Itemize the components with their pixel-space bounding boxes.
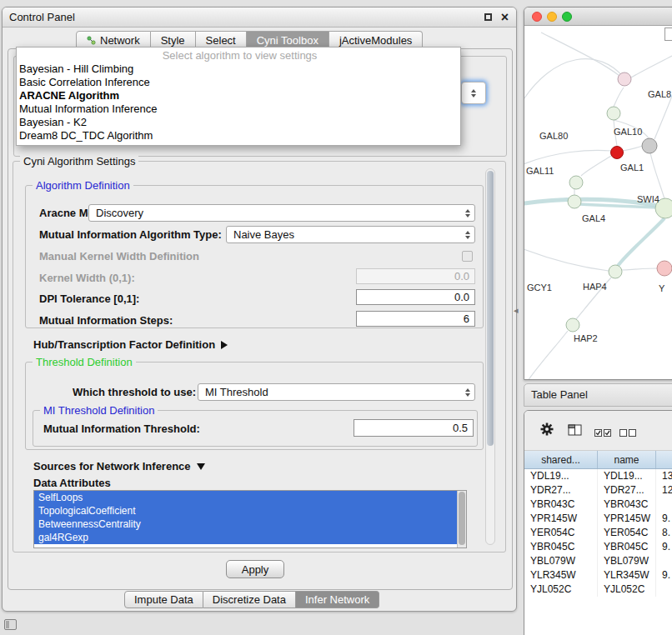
table-cell: YDR27... xyxy=(524,483,598,498)
algorithm-option[interactable]: Basic Correlation Inference xyxy=(17,76,460,89)
table-row[interactable]: YJL052CYJL052C xyxy=(524,582,672,597)
minimize-traffic-icon[interactable] xyxy=(547,12,557,22)
tab-label: Cyni Toolbox xyxy=(257,34,318,47)
network-node[interactable] xyxy=(611,147,624,159)
algorithm-combo-stepper[interactable] xyxy=(461,82,486,104)
expander-collapsed-icon xyxy=(221,341,228,349)
table-panel-title: Table Panel xyxy=(531,388,672,401)
algorithm-option[interactable]: Dream8 DC_TDC Algorithm xyxy=(17,129,460,142)
table-toolbar xyxy=(524,411,672,451)
list-scrollbar[interactable] xyxy=(457,491,466,548)
network-node[interactable] xyxy=(618,72,631,86)
data-attribute-item[interactable]: gal4RGexp xyxy=(34,531,457,544)
mi-steps-field[interactable]: 6 xyxy=(356,311,475,327)
combo-stepper-icon xyxy=(461,231,474,239)
table-row[interactable]: YPR145WYPR145W9. xyxy=(524,512,672,526)
data-attributes-list[interactable]: SelfLoopsTopologicalCoefficientBetweenne… xyxy=(33,490,467,548)
algorithm-option[interactable]: Bayesian - Hill Climbing xyxy=(17,62,460,76)
network-icon xyxy=(87,36,96,45)
aracne-mode-select[interactable]: Discovery xyxy=(88,204,475,222)
kernel-width-label: Kernel Width (0,1): xyxy=(39,272,135,284)
table-row[interactable]: YBL079WYBL079W xyxy=(524,554,672,568)
table-cell: 8. xyxy=(656,526,672,540)
algorithm-option[interactable]: Mutual Information Inference xyxy=(17,102,460,116)
bottom-tab-impute-data[interactable]: Impute Data xyxy=(124,591,203,608)
mi-threshold-field[interactable]: 0.5 xyxy=(354,419,474,437)
float-window-icon[interactable] xyxy=(484,13,492,21)
stepper-up-icon xyxy=(471,89,476,92)
table-cell: YBR043C xyxy=(524,498,598,512)
table-row[interactable]: YER054CYER054C8. xyxy=(524,526,672,540)
hub-definition-expander[interactable]: Hub/Transcription Factor Definition xyxy=(33,338,228,351)
table-cell: YLR345W xyxy=(524,568,598,582)
table-row[interactable]: YDL19...YDL19...13 xyxy=(524,469,672,483)
data-attribute-item[interactable]: TopologicalCoefficient xyxy=(34,504,457,518)
network-node-label: HAP4 xyxy=(583,282,607,292)
settings-scrollbar-thumb[interactable] xyxy=(487,171,494,446)
tab-label: Select xyxy=(206,34,236,47)
column-header[interactable]: name xyxy=(598,451,656,468)
columns-icon[interactable] xyxy=(568,424,582,439)
network-node[interactable] xyxy=(657,261,672,276)
mi-threshold-group: MI Threshold Definition Mutual Informati… xyxy=(33,410,478,447)
network-node-label: GAL4 xyxy=(582,213,605,223)
dropdown-prompt: Select algorithm to view settings xyxy=(17,49,460,62)
settings-scrollbar[interactable] xyxy=(485,168,495,545)
data-attributes-label: Data Attributes xyxy=(33,477,111,489)
stepper-down-icon xyxy=(471,94,476,98)
table-panel-header[interactable]: Table Panel xyxy=(524,383,672,407)
table-cell xyxy=(656,498,672,512)
control-panel-titlebar[interactable]: Control Panel × xyxy=(3,8,516,28)
gear-icon[interactable] xyxy=(539,422,554,440)
dpi-tolerance-field[interactable]: 0.0 xyxy=(356,289,475,305)
data-attribute-item[interactable]: BetweennessCentrality xyxy=(34,518,457,531)
close-icon[interactable]: × xyxy=(501,8,509,27)
table-row[interactable]: YDR27...YDR27...12 xyxy=(524,483,672,498)
network-node-label: GAL80 xyxy=(539,131,568,141)
data-attribute-item[interactable]: SelfLoops xyxy=(34,491,457,504)
table-cell: YPR145W xyxy=(598,512,656,526)
table-panel-window: shared...name YDL19...YDL19...13YDR27...… xyxy=(524,410,672,635)
table-row[interactable]: YBR043CYBR043C xyxy=(524,498,672,512)
network-canvas[interactable]: GAL8GAL80GAL10GAL11GAL1SWI4GAL4GCY1HAP4Y… xyxy=(524,26,672,380)
close-traffic-icon[interactable] xyxy=(532,12,542,22)
table-row[interactable]: YBR045CYBR045C9. xyxy=(524,540,672,554)
apply-button[interactable]: Apply xyxy=(226,560,284,578)
list-scrollbar-thumb[interactable] xyxy=(459,492,465,545)
bottom-tab-infer-network[interactable]: Infer Network xyxy=(296,591,379,608)
network-node-label: HAP2 xyxy=(574,333,598,343)
bottom-tab-discretize-data[interactable]: Discretize Data xyxy=(203,591,296,608)
sources-expander-label: Sources for Network Inference xyxy=(33,460,191,472)
select-all-rows-icon[interactable] xyxy=(594,426,612,441)
panel-toggle-icon[interactable] xyxy=(4,619,17,630)
mi-type-select[interactable]: Naive Bayes xyxy=(226,226,475,243)
network-node[interactable] xyxy=(568,195,581,208)
algorithm-option[interactable]: Bayesian - K2 xyxy=(17,116,460,129)
control-panel-window: Control Panel × NetworkStyleSelectCyni T… xyxy=(2,7,517,612)
zoom-traffic-icon[interactable] xyxy=(562,12,572,22)
deselect-all-rows-icon[interactable] xyxy=(619,426,637,441)
manual-kernel-checkbox[interactable] xyxy=(462,251,473,262)
table-row[interactable]: YLR345WYLR345W9. xyxy=(524,568,672,582)
network-node[interactable] xyxy=(609,265,622,278)
column-header[interactable]: shared... xyxy=(524,451,598,468)
table-cell: YJL052C xyxy=(524,582,598,597)
algorithm-option[interactable]: ARACNE Algorithm xyxy=(17,89,460,102)
network-node[interactable] xyxy=(566,318,579,332)
table-cell: YLR345W xyxy=(598,568,656,582)
table-cell: 9. xyxy=(656,512,672,526)
algorithm-dropdown-popup: Select algorithm to view settings Bayesi… xyxy=(16,47,461,146)
kernel-width-field[interactable]: 0.0 xyxy=(356,268,475,284)
column-header[interactable] xyxy=(656,451,672,468)
table-cell: YER054C xyxy=(524,526,598,540)
network-node[interactable] xyxy=(607,107,620,120)
network-node[interactable] xyxy=(642,138,657,153)
network-scrollbar-fragment[interactable] xyxy=(664,28,672,41)
data-attributes-rows: SelfLoopsTopologicalCoefficientBetweenne… xyxy=(34,491,466,544)
network-node[interactable] xyxy=(569,176,583,189)
sources-expander[interactable]: Sources for Network Inference xyxy=(33,460,205,472)
which-threshold-select[interactable]: MI Threshold xyxy=(198,383,475,401)
splitter-collapse-arrow[interactable]: ◂ xyxy=(514,305,519,316)
window-title: Control Panel xyxy=(9,11,75,23)
network-window-titlebar[interactable] xyxy=(524,8,672,26)
